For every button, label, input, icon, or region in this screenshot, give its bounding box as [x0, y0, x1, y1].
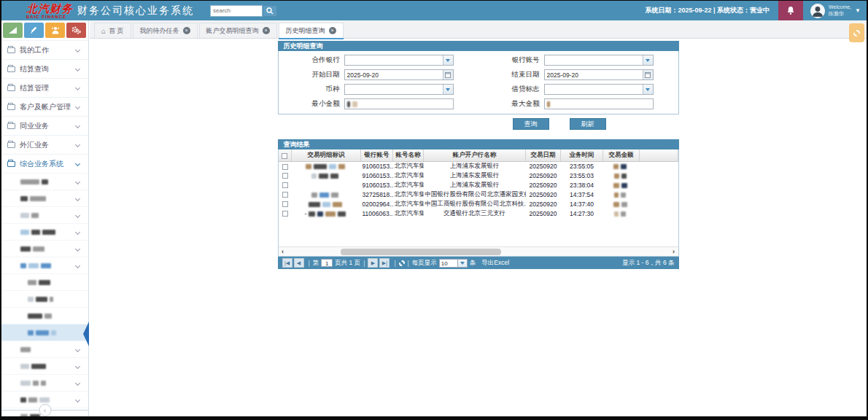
submenu-item-redacted[interactable] — [1, 290, 88, 307]
col-id[interactable]: 交易明细标识 — [292, 149, 361, 161]
calendar-button[interactable] — [643, 70, 653, 79]
min-amount-input[interactable] — [344, 98, 454, 109]
page-number-input[interactable]: 1 — [321, 259, 333, 267]
sidebar-item-customer-account-mgmt[interactable]: 客户及帐户管理 — [1, 97, 88, 116]
query-button[interactable]: 查询 — [513, 118, 549, 130]
max-amount-input[interactable] — [544, 98, 654, 109]
first-page-button[interactable]: |◀ — [282, 258, 292, 268]
edit-quick-button[interactable] — [24, 23, 44, 38]
next-page-button[interactable]: ▶ — [368, 258, 378, 268]
select-all-checkbox[interactable] — [282, 153, 287, 159]
max-amount-label: 最大金额 — [478, 99, 544, 109]
submenu-item-redacted[interactable] — [1, 173, 88, 190]
main-area: ⌂ 首 页 我的待办任务 × 账户交易明细查询 × 历史明细查询 × 历史明细查… — [90, 20, 867, 416]
prev-page-button[interactable]: ◀ — [294, 258, 304, 268]
coop-bank-select[interactable] — [344, 55, 454, 66]
chevron-down-icon — [75, 104, 80, 109]
submenu-item-redacted[interactable] — [1, 240, 88, 257]
logo-title: 北汽财务 — [26, 3, 73, 14]
tab-home[interactable]: ⌂ 首 页 — [94, 23, 131, 38]
chart-quick-button[interactable] — [3, 23, 23, 38]
dc-flag-select[interactable] — [544, 84, 654, 95]
folder-icon — [7, 142, 15, 148]
row-checkbox[interactable] — [282, 211, 288, 217]
submenu-item-redacted[interactable] — [1, 341, 88, 357]
submenu-item-redacted[interactable] — [1, 273, 88, 290]
submenu-item-redacted[interactable] — [1, 357, 88, 374]
sidebar-item-comprehensive-business[interactable]: 综合业务系统 — [1, 154, 88, 173]
last-page-button[interactable]: ▶| — [379, 258, 390, 268]
bank-account-select[interactable] — [544, 55, 654, 66]
settings-quick-button[interactable] — [66, 23, 86, 38]
submenu-item-redacted[interactable] — [1, 190, 88, 206]
search-input[interactable] — [210, 5, 263, 17]
sidebar: 我的工作 结算查询 结算管理 客户及帐户管理 同业业务 外汇业务 — [1, 20, 89, 416]
dropdown-button[interactable] — [643, 85, 653, 94]
per-page-select[interactable]: 10 — [439, 259, 468, 268]
reload-icon[interactable] — [399, 260, 405, 266]
scroll-right-icon[interactable]: › — [670, 248, 678, 255]
close-icon[interactable]: × — [329, 27, 336, 34]
notifications-button[interactable] — [778, 1, 803, 20]
sidebar-item-label: 综合业务系统 — [20, 159, 63, 169]
end-date-input[interactable]: 2025-09-20 — [544, 69, 654, 80]
submenu-item-redacted[interactable] — [1, 223, 88, 240]
dropdown-button[interactable] — [443, 85, 453, 94]
scroll-left-icon[interactable]: ‹ — [279, 248, 287, 255]
calendar-button[interactable] — [443, 70, 453, 79]
submenu-item-redacted[interactable] — [1, 307, 88, 324]
col-time[interactable]: 业务时间 — [561, 149, 603, 161]
col-amount[interactable]: 交易金额 — [603, 149, 640, 161]
tab-history-detail-query[interactable]: 历史明细查询 × — [279, 23, 344, 38]
sidebar-item-interbank[interactable]: 同业业务 — [1, 116, 88, 135]
row-checkbox[interactable] — [282, 173, 288, 179]
submenu-item-redacted[interactable] — [1, 257, 88, 273]
start-date-input[interactable]: 2025-09-20 — [344, 69, 454, 80]
close-icon[interactable]: × — [263, 27, 270, 34]
submenu-item-redacted[interactable] — [1, 374, 88, 391]
sidebar-item-forex[interactable]: 外汇业务 — [1, 135, 88, 154]
submenu-item-redacted[interactable] — [1, 206, 88, 223]
table-row[interactable]: 02002964... 北京汽车集... 中国工商银行股份有限公司北京科技...… — [279, 199, 678, 209]
chevron-down-icon — [75, 380, 80, 385]
user-quick-button[interactable] — [45, 23, 65, 38]
dropdown-button[interactable] — [443, 55, 453, 65]
refresh-button[interactable]: 刷新 — [570, 118, 606, 130]
export-excel-link[interactable]: 导出Excel — [481, 259, 509, 268]
table-row[interactable]: 91060153... 北京汽车集... 上海浦东发展银行 20250920 2… — [279, 180, 678, 190]
col-date[interactable]: 交易日期 — [526, 149, 561, 161]
tab-label: 我的待办任务 — [140, 26, 179, 36]
tab-account-transaction-query[interactable]: 账户交易明细查询 × — [199, 23, 277, 38]
col-account[interactable]: 银行账号 — [361, 149, 393, 161]
sidebar-item-settlement-query[interactable]: 结算查询 — [1, 59, 88, 78]
horizontal-scrollbar[interactable]: ‹ › — [279, 246, 678, 256]
close-icon[interactable]: × — [183, 27, 190, 34]
table-row[interactable]: 91060153... 北京汽车集... 上海浦东发展银行 20250920 2… — [279, 161, 678, 171]
chevron-down-icon — [75, 161, 80, 166]
tab-label: 历史明细查询 — [286, 26, 325, 36]
tab-my-tasks[interactable]: 我的待办任务 × — [133, 23, 198, 38]
scrollbar-thumb[interactable] — [341, 249, 501, 255]
sidebar-collapse-button[interactable]: ‹ — [39, 404, 51, 416]
row-checkbox[interactable] — [282, 182, 288, 188]
table-row[interactable]: 32725818... 北京汽车集... 中国银行股份有限公司北京潘家园支行 2… — [279, 190, 678, 199]
currency-select[interactable] — [344, 84, 454, 95]
sidebar-item-my-work[interactable]: 我的工作 — [1, 40, 88, 59]
search-button[interactable] — [263, 5, 277, 17]
row-checkbox[interactable] — [282, 192, 288, 198]
row-checkbox[interactable] — [282, 164, 288, 170]
table-row[interactable]: 91060153... 北京汽车集... 上海浦东发展银行 20250920 2… — [279, 171, 678, 180]
col-bank[interactable]: 账户开户行名称 — [424, 149, 526, 161]
col-name[interactable]: 账号名称 — [393, 149, 424, 161]
dropdown-button[interactable] — [643, 55, 653, 65]
submenu-item-selected-redacted[interactable] — [1, 324, 88, 341]
calendar-icon — [645, 72, 651, 78]
dropdown-button[interactable] — [458, 259, 468, 268]
welcome-text: Welcome, — [829, 4, 851, 10]
user-menu[interactable]: Welcome, 陈雅华 ▼ — [803, 4, 867, 18]
table-row[interactable]: - 11006063... 北京汽车集... 交通银行北京三元支行 202509… — [279, 209, 678, 218]
tab-settings-button[interactable] — [849, 23, 864, 42]
row-checkbox[interactable] — [282, 201, 288, 207]
folder-icon — [7, 85, 15, 91]
sidebar-item-settlement-mgmt[interactable]: 结算管理 — [1, 78, 88, 97]
